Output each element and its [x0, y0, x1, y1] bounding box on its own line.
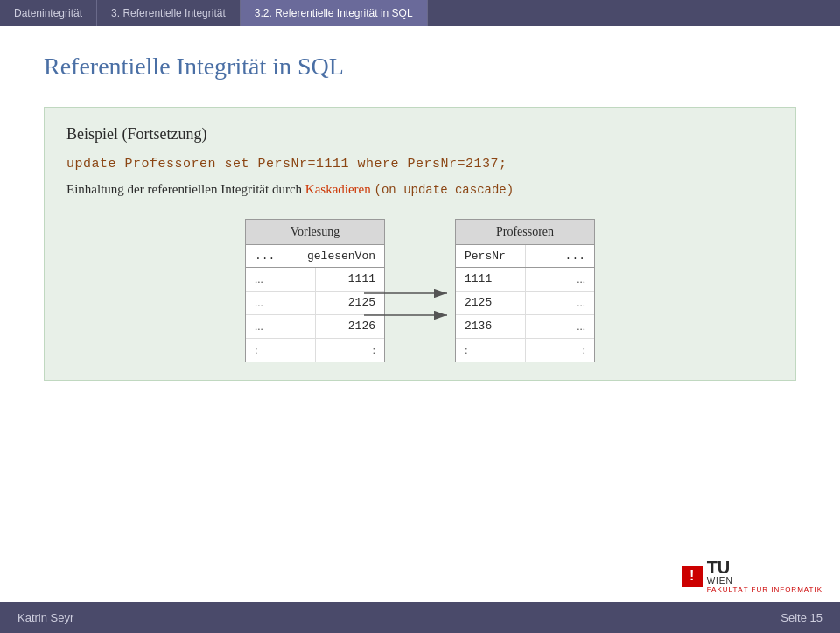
- professoren-row-4: : :: [456, 339, 594, 362]
- vorlesung-r3-c1: ...: [246, 315, 316, 338]
- topbar-item-2[interactable]: 3. Referentielle Integrität: [97, 0, 241, 26]
- professoren-r1-c2: ...: [526, 268, 595, 291]
- tables-area: Vorlesung ... gelesenVon ... 1111 ... 21…: [66, 219, 774, 362]
- code-text: update Professoren set PersNr=1111 where…: [66, 157, 508, 172]
- professoren-table: Professoren PersNr ... 1111 ... 2125 ...…: [455, 219, 595, 362]
- professoren-subheader: PersNr ...: [456, 245, 594, 268]
- professoren-r3-c2: ...: [526, 315, 595, 338]
- topbar: Datenintegrität 3. Referentielle Integri…: [0, 0, 840, 26]
- tu-text-tu: TU: [707, 559, 822, 576]
- tu-text-fakultaet: FAKULTÄT FÜR INFORMATIK: [707, 586, 822, 594]
- tu-exclamation: !: [682, 566, 703, 587]
- professoren-r1-c1: 1111: [456, 268, 526, 291]
- tu-logo: ! TU WIEN FAKULTÄT FÜR INFORMATIK: [682, 559, 822, 594]
- code-block: update Professoren set PersNr=1111 where…: [66, 157, 774, 172]
- kaskadieren-text: Kaskadieren: [305, 182, 371, 196]
- description-line: Einhaltung der referentiellen Integrität…: [66, 182, 774, 197]
- vorlesung-header: Vorlesung: [246, 220, 384, 245]
- professoren-row-3: 2136 ...: [456, 315, 594, 339]
- tu-text-wien: WIEN: [707, 576, 822, 586]
- professoren-r3-c1: 2136: [456, 315, 526, 338]
- footer: Katrin Seyr Seite 15: [0, 602, 840, 633]
- main-content: Referentielle Integrität in SQL Beispiel…: [0, 26, 840, 416]
- section-title: Beispiel (Fortsetzung): [66, 125, 774, 144]
- professoren-header: Professoren: [456, 220, 594, 245]
- professoren-col1-header: PersNr: [456, 245, 526, 267]
- footer-page: Seite 15: [780, 611, 822, 624]
- desc-plain: Einhaltung der referentiellen Integrität…: [66, 182, 305, 196]
- page-title: Referentielle Integrität in SQL: [44, 53, 796, 81]
- professoren-row-1: 1111 ...: [456, 268, 594, 292]
- professoren-r4-c2: :: [526, 339, 595, 362]
- professoren-r2-c2: ...: [526, 292, 595, 314]
- topbar-item-1[interactable]: Datenintegrität: [0, 0, 97, 26]
- arrows-svg: [364, 267, 452, 442]
- professoren-r2-c1: 2125: [456, 292, 526, 314]
- vorlesung-r2-c1: ...: [246, 292, 316, 314]
- vorlesung-col1-header: ...: [246, 245, 298, 267]
- vorlesung-r1-c1: ...: [246, 268, 316, 291]
- professoren-r4-c1: :: [456, 339, 526, 362]
- section-box: Beispiel (Fortsetzung) update Professore…: [44, 107, 796, 381]
- vorlesung-r4-c1: :: [246, 339, 316, 362]
- footer-author: Katrin Seyr: [18, 611, 74, 624]
- vorlesung-col2-header: gelesenVon: [298, 245, 384, 267]
- vorlesung-subheader: ... gelesenVon: [246, 245, 384, 268]
- tu-text-block: TU WIEN FAKULTÄT FÜR INFORMATIK: [707, 559, 822, 594]
- on-update-cascade-text: (on update cascade): [374, 183, 514, 197]
- topbar-item-3[interactable]: 3.2. Referentielle Integrität in SQL: [241, 0, 428, 26]
- professoren-row-2: 2125 ...: [456, 292, 594, 315]
- professoren-col2-header: ...: [526, 245, 595, 267]
